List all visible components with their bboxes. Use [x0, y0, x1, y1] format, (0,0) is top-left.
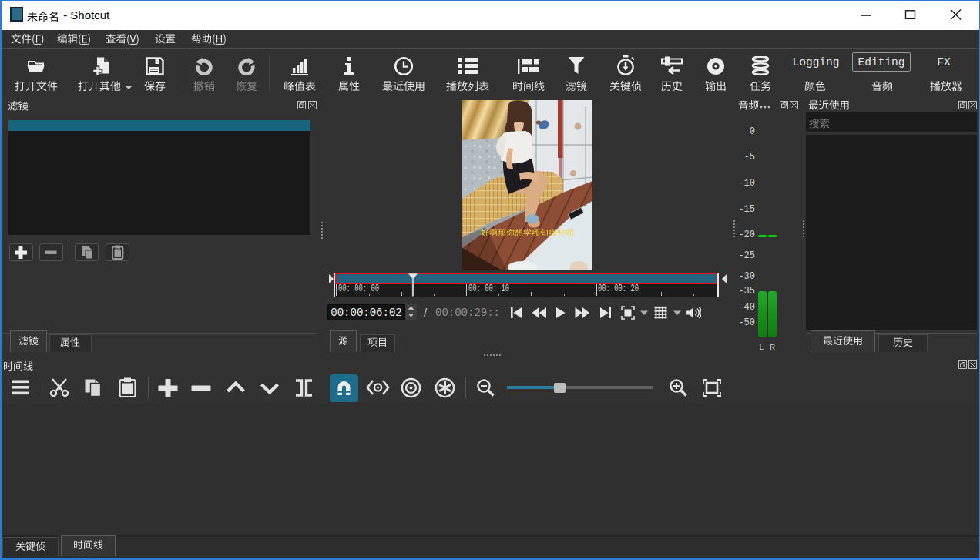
svg-text:00: 00: 20: 00: 00: 20 [598, 283, 639, 294]
svg-text:00: 00: 10: 00: 00: 10 [468, 283, 509, 294]
svg-text:00: 00: 00: 00: 00: 00 [338, 283, 379, 294]
